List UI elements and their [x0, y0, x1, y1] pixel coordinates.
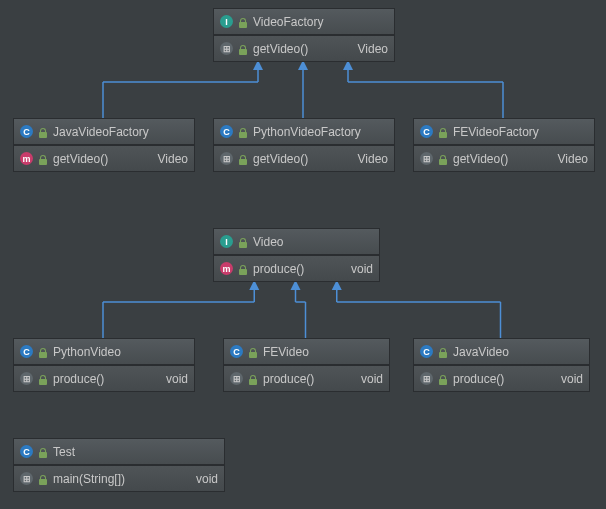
- class-method-row: ⊞main(String[])void: [14, 465, 224, 491]
- class-name: PythonVideoFactory: [253, 125, 361, 139]
- class-name: JavaVideoFactory: [53, 125, 149, 139]
- uml-class-PythonVideo[interactable]: CPythonVideo⊞produce()void: [13, 338, 195, 392]
- uml-class-JavaVideo[interactable]: CJavaVideo⊞produce()void: [413, 338, 590, 392]
- return-type: void: [361, 372, 383, 386]
- lock-icon: [39, 153, 47, 165]
- return-type: void: [561, 372, 583, 386]
- uml-class-Video[interactable]: IVideomproduce()void: [213, 228, 380, 282]
- method-icon: m: [220, 262, 233, 275]
- class-name: FEVideoFactory: [453, 125, 539, 139]
- method-name: getVideo(): [53, 152, 108, 166]
- method-icon: ⊞: [420, 372, 433, 385]
- lock-icon: [249, 373, 257, 385]
- class-title-row: CFEVideoFactory: [414, 119, 594, 145]
- inherits-arrow: [343, 60, 503, 118]
- return-type: void: [196, 472, 218, 486]
- lock-icon: [239, 43, 247, 55]
- class-method-row: ⊞produce()void: [224, 365, 389, 391]
- method-name: produce(): [453, 372, 504, 386]
- method-icon: ⊞: [220, 42, 233, 55]
- class-method-row: mgetVideo()Video: [14, 145, 194, 171]
- lock-icon: [249, 346, 257, 358]
- class-title-row: IVideoFactory: [214, 9, 394, 35]
- lock-icon: [39, 473, 47, 485]
- method-name: getVideo(): [253, 152, 308, 166]
- class-method-row: ⊞getVideo()Video: [414, 145, 594, 171]
- return-type: Video: [358, 152, 388, 166]
- class-title-row: CJavaVideoFactory: [14, 119, 194, 145]
- method-name: produce(): [53, 372, 104, 386]
- uml-class-VideoFactory[interactable]: IVideoFactory⊞getVideo()Video: [213, 8, 395, 62]
- method-name: produce(): [253, 262, 304, 276]
- method-name: getVideo(): [253, 42, 308, 56]
- lock-icon: [439, 373, 447, 385]
- method-icon: ⊞: [220, 152, 233, 165]
- class-method-row: ⊞produce()void: [414, 365, 589, 391]
- lock-icon: [239, 153, 247, 165]
- uml-class-Test[interactable]: CTest⊞main(String[])void: [13, 438, 225, 492]
- lock-icon: [39, 446, 47, 458]
- lock-icon: [239, 16, 247, 28]
- lock-icon: [39, 126, 47, 138]
- uml-class-JavaVideoFactory[interactable]: CJavaVideoFactorymgetVideo()Video: [13, 118, 195, 172]
- inherits-arrow: [332, 280, 501, 338]
- inherits-arrow: [103, 280, 259, 338]
- class-title-row: IVideo: [214, 229, 379, 255]
- class-title-row: CPythonVideoFactory: [214, 119, 394, 145]
- lock-icon: [239, 263, 247, 275]
- method-name: getVideo(): [453, 152, 508, 166]
- inherits-arrow: [291, 280, 306, 338]
- class-icon: C: [420, 125, 433, 138]
- inherits-arrow: [298, 60, 308, 118]
- class-icon: C: [20, 125, 33, 138]
- class-name: VideoFactory: [253, 15, 323, 29]
- class-title-row: CTest: [14, 439, 224, 465]
- class-method-row: ⊞getVideo()Video: [214, 35, 394, 61]
- class-name: JavaVideo: [453, 345, 509, 359]
- return-type: void: [166, 372, 188, 386]
- lock-icon: [439, 153, 447, 165]
- method-icon: ⊞: [230, 372, 243, 385]
- class-icon: C: [230, 345, 243, 358]
- lock-icon: [239, 236, 247, 248]
- class-title-row: CFEVideo: [224, 339, 389, 365]
- class-icon: C: [420, 345, 433, 358]
- uml-class-FEVideoFactory[interactable]: CFEVideoFactory⊞getVideo()Video: [413, 118, 595, 172]
- lock-icon: [39, 346, 47, 358]
- class-name: Test: [53, 445, 75, 459]
- class-method-row: ⊞produce()void: [14, 365, 194, 391]
- lock-icon: [439, 126, 447, 138]
- method-icon: ⊞: [20, 472, 33, 485]
- class-name: Video: [253, 235, 283, 249]
- class-icon: C: [220, 125, 233, 138]
- inherits-arrow: [103, 60, 263, 118]
- class-method-row: mproduce()void: [214, 255, 379, 281]
- method-icon: m: [20, 152, 33, 165]
- lock-icon: [39, 373, 47, 385]
- class-title-row: CJavaVideo: [414, 339, 589, 365]
- class-icon: C: [20, 445, 33, 458]
- lock-icon: [239, 126, 247, 138]
- class-name: PythonVideo: [53, 345, 121, 359]
- return-type: void: [351, 262, 373, 276]
- return-type: Video: [358, 42, 388, 56]
- method-name: produce(): [263, 372, 314, 386]
- interface-icon: I: [220, 15, 233, 28]
- interface-icon: I: [220, 235, 233, 248]
- class-name: FEVideo: [263, 345, 309, 359]
- class-method-row: ⊞getVideo()Video: [214, 145, 394, 171]
- class-title-row: CPythonVideo: [14, 339, 194, 365]
- class-icon: C: [20, 345, 33, 358]
- lock-icon: [439, 346, 447, 358]
- uml-class-PythonVideoFactory[interactable]: CPythonVideoFactory⊞getVideo()Video: [213, 118, 395, 172]
- method-icon: ⊞: [420, 152, 433, 165]
- method-icon: ⊞: [20, 372, 33, 385]
- method-name: main(String[]): [53, 472, 125, 486]
- return-type: Video: [158, 152, 188, 166]
- uml-class-FEVideo[interactable]: CFEVideo⊞produce()void: [223, 338, 390, 392]
- return-type: Video: [558, 152, 588, 166]
